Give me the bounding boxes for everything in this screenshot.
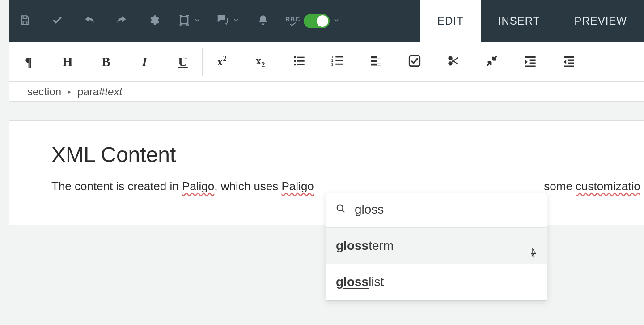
paragraph-button[interactable]: ¶ xyxy=(9,48,48,76)
notifications-button[interactable] xyxy=(247,0,279,42)
svg-rect-16 xyxy=(377,56,381,58)
svg-rect-28 xyxy=(568,62,574,64)
svg-rect-22 xyxy=(525,56,535,58)
svg-point-5 xyxy=(294,63,296,65)
body-text: some xyxy=(544,180,576,193)
definition-list-icon xyxy=(370,55,382,69)
save-button[interactable] xyxy=(9,0,41,42)
bullet-list-button[interactable] xyxy=(280,48,318,76)
svg-rect-2 xyxy=(297,56,304,58)
body-text: The content is created in xyxy=(51,180,182,193)
autocomplete-rest: term xyxy=(369,239,394,252)
misspelled-word[interactable]: customizatio xyxy=(576,180,640,193)
breadcrumb: section ▸ para#text xyxy=(9,82,644,102)
italic-icon: I xyxy=(142,54,147,69)
chevron-down-icon xyxy=(233,17,239,25)
redo-icon xyxy=(116,14,127,28)
svg-rect-0 xyxy=(181,16,188,23)
svg-rect-18 xyxy=(377,63,381,65)
misspelled-word[interactable]: Paligo xyxy=(182,180,214,193)
flag-dropdown[interactable] xyxy=(170,14,208,28)
spellcheck-toggle[interactable]: RBC xyxy=(279,14,346,28)
autocomplete-item-glossterm[interactable]: glossterm xyxy=(326,228,547,264)
svg-point-30 xyxy=(337,205,343,211)
undo-button[interactable] xyxy=(73,0,106,42)
toggle-on-icon[interactable] xyxy=(304,14,330,28)
superscript-button[interactable]: x2 xyxy=(203,48,241,76)
checklist-button[interactable] xyxy=(395,48,434,76)
svg-rect-26 xyxy=(564,56,574,58)
element-autocomplete-popup: glossterm glosslist xyxy=(326,193,547,301)
autocomplete-item-glosslist[interactable]: glosslist xyxy=(326,264,547,300)
chevron-down-icon xyxy=(194,17,200,25)
tab-preview[interactable]: PREVIEW xyxy=(557,0,644,42)
outdent-icon xyxy=(563,55,575,69)
svg-rect-6 xyxy=(297,64,304,65)
svg-point-1 xyxy=(294,56,296,58)
undo-icon xyxy=(84,14,95,28)
approve-button[interactable] xyxy=(41,0,73,42)
element-search-input[interactable] xyxy=(355,202,537,217)
formatting-toolbar: ¶ H B I U x2 x2 123 xyxy=(9,42,644,82)
breadcrumb-section[interactable]: section xyxy=(27,86,61,98)
svg-rect-12 xyxy=(335,63,343,64)
autocomplete-match: gloss xyxy=(336,275,369,289)
svg-rect-10 xyxy=(335,60,343,61)
autocomplete-match: gloss xyxy=(336,239,369,252)
bold-icon: B xyxy=(102,54,110,69)
cut-button[interactable] xyxy=(434,48,473,76)
search-icon xyxy=(336,204,346,215)
breadcrumb-node: #text xyxy=(99,86,122,98)
svg-rect-29 xyxy=(564,65,574,67)
collapse-button[interactable] xyxy=(473,48,511,76)
check-icon xyxy=(51,14,63,28)
subscript-button[interactable]: x2 xyxy=(241,48,280,76)
svg-rect-4 xyxy=(297,60,304,61)
bullet-list-icon xyxy=(293,55,305,69)
document-title[interactable]: XML Content xyxy=(51,142,644,167)
compress-icon xyxy=(486,55,498,69)
abc-text: RBC xyxy=(285,16,300,22)
subscript-icon: x2 xyxy=(256,54,265,69)
settings-button[interactable] xyxy=(138,0,170,42)
breadcrumb-element[interactable]: para#text xyxy=(77,86,122,98)
gear-icon xyxy=(148,14,160,28)
tab-edit[interactable]: EDIT xyxy=(420,0,481,42)
comments-dropdown[interactable] xyxy=(208,13,247,29)
numbered-list-button[interactable]: 123 xyxy=(318,48,357,76)
autocomplete-rest: list xyxy=(369,275,384,289)
svg-point-3 xyxy=(294,60,296,62)
popup-search-row xyxy=(326,193,547,228)
pilcrow-icon: ¶ xyxy=(25,54,32,69)
mode-tabs: EDIT INSERT PREVIEW xyxy=(420,0,644,42)
bold-button[interactable]: B xyxy=(87,48,125,76)
heading-button[interactable]: H xyxy=(48,48,87,76)
svg-rect-24 xyxy=(530,62,536,64)
abc-icon: RBC xyxy=(285,16,300,26)
numbered-list-icon: 123 xyxy=(331,55,344,69)
misspelled-word[interactable]: Paligo xyxy=(282,180,314,193)
redo-button[interactable] xyxy=(106,0,138,42)
svg-rect-23 xyxy=(530,59,536,61)
indent-icon xyxy=(524,55,537,69)
underline-button[interactable]: U xyxy=(164,48,202,76)
indent-button[interactable] xyxy=(511,48,550,76)
save-icon xyxy=(19,14,31,28)
body-text: , which uses xyxy=(214,180,281,193)
definition-list-button[interactable] xyxy=(357,48,395,76)
svg-rect-25 xyxy=(525,65,535,67)
breadcrumb-element-name: para xyxy=(77,86,99,98)
superscript-icon: x2 xyxy=(217,55,227,68)
comments-icon xyxy=(216,13,229,29)
cursor-pointer-icon xyxy=(530,248,538,259)
heading-icon: H xyxy=(62,54,72,69)
tab-insert[interactable]: INSERT xyxy=(481,0,557,42)
breadcrumb-separator-icon: ▸ xyxy=(68,87,71,96)
svg-rect-17 xyxy=(377,60,381,62)
svg-rect-8 xyxy=(335,56,343,57)
chevron-down-icon xyxy=(333,17,339,25)
bell-icon xyxy=(257,14,269,28)
italic-button[interactable]: I xyxy=(125,48,164,76)
frame-icon xyxy=(178,14,191,28)
outdent-button[interactable] xyxy=(550,48,588,76)
